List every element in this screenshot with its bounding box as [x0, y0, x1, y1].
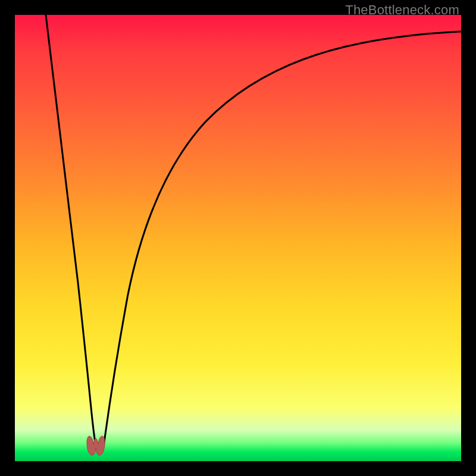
outer-frame: TheBottleneck.com	[0, 0, 476, 476]
minimum-marker-icon	[86, 435, 106, 456]
curve-left-branch	[46, 15, 96, 447]
curve-right-branch	[104, 32, 461, 447]
bottleneck-curve	[15, 15, 461, 461]
watermark-text: TheBottleneck.com	[345, 2, 459, 18]
plot-area	[15, 15, 461, 461]
